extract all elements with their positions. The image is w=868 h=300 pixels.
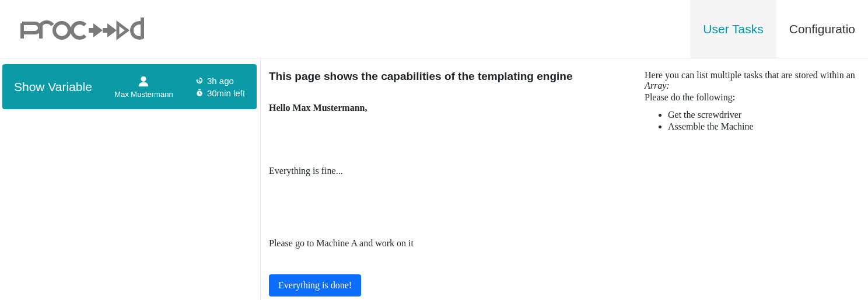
instruction-text: Please go to Machine A and work on it	[269, 238, 617, 249]
content-right: Here you can list multiple tasks that ar…	[645, 70, 860, 288]
sidebar: Show Variable Max Mustermann 3h ago	[0, 58, 261, 300]
page-title: This page shows the capabilities of the …	[269, 70, 617, 83]
tab-user-tasks[interactable]: User Tasks	[690, 0, 776, 58]
stopwatch-icon	[195, 89, 204, 97]
task-card-time-left-row: 30min left	[195, 88, 245, 98]
svg-point-1	[141, 76, 146, 82]
task-card-user: Max Mustermann	[114, 75, 173, 99]
list-item: Assemble the Machine	[668, 121, 860, 132]
done-button[interactable]: Everything is done!	[269, 274, 361, 296]
list-item: Get the screwdriver	[668, 110, 860, 120]
task-list: Get the screwdriver Assemble the Machine	[645, 110, 860, 132]
svg-rect-2	[198, 89, 201, 90]
header: User Tasks Configuratio	[0, 0, 868, 58]
task-card-meta: 3h ago 30min left	[195, 76, 245, 98]
right-intro: Here you can list multiple tasks that ar…	[645, 70, 860, 91]
logo	[20, 15, 150, 43]
history-icon	[195, 76, 204, 85]
right-intro-prefix: Here you can list multiple tasks that ar…	[645, 70, 855, 80]
task-card-user-name: Max Mustermann	[114, 90, 173, 99]
greeting: Hello Max Mustermann,	[269, 103, 617, 113]
logo-icon	[20, 15, 150, 43]
tab-configuration[interactable]: Configuratio	[776, 0, 868, 58]
task-card-time-ago-row: 3h ago	[195, 76, 245, 86]
right-sub: Please do the following:	[645, 92, 860, 103]
task-card-time-ago: 3h ago	[207, 76, 234, 86]
content: This page shows the capabilities of the …	[261, 58, 868, 300]
user-icon	[137, 75, 150, 88]
nav-tabs: User Tasks Configuratio	[690, 0, 868, 58]
task-card[interactable]: Show Variable Max Mustermann 3h ago	[2, 64, 257, 109]
status-text: Everything is fine...	[269, 166, 617, 176]
task-card-time-left: 30min left	[207, 88, 245, 98]
main: Show Variable Max Mustermann 3h ago	[0, 58, 868, 300]
svg-point-0	[54, 23, 69, 38]
content-left: This page shows the capabilities of the …	[269, 70, 617, 288]
task-card-title: Show Variable	[14, 80, 92, 94]
right-intro-em: Array:	[645, 81, 670, 90]
